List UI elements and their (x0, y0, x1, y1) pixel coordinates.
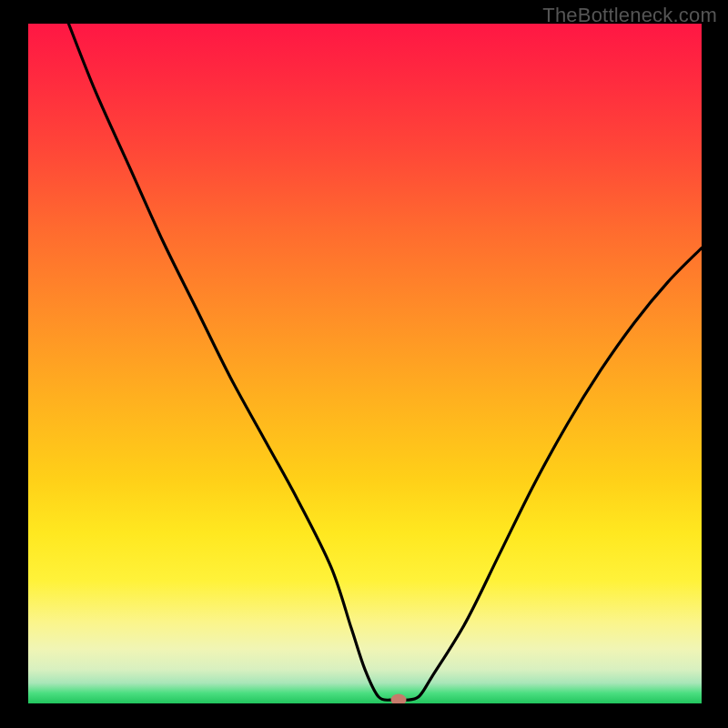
curve-svg (28, 24, 702, 703)
plot-area (28, 24, 702, 703)
watermark-text: TheBottleneck.com (542, 4, 717, 27)
bottleneck-curve-path (68, 24, 702, 701)
optimal-point-marker (391, 694, 407, 703)
